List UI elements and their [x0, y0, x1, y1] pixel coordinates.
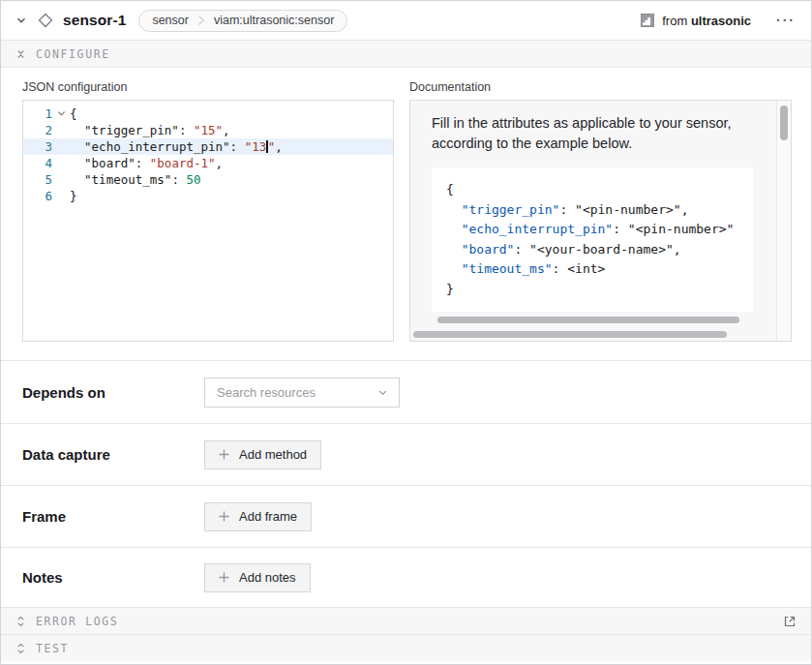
chevron-down-icon [377, 387, 388, 398]
collapse-card-chevron-icon[interactable] [15, 15, 27, 26]
fold-gutter [52, 188, 70, 204]
fold-toggle-icon[interactable] [52, 106, 70, 122]
component-diamond-icon [38, 13, 53, 28]
line-number: 3 [23, 138, 52, 155]
error-logs-section-bar[interactable]: ERROR LOGS [1, 607, 811, 634]
error-logs-section-label: ERROR LOGS [36, 615, 118, 628]
documentation-content: Fill in the attributes as applicable to … [410, 101, 776, 323]
editor-line[interactable]: 1{ [23, 106, 393, 122]
line-number: 4 [23, 155, 52, 171]
component-type-label: sensor [152, 14, 189, 27]
editor-line[interactable]: 5 "timeout_ms": 50 [23, 171, 393, 188]
test-section-label: TEST [36, 642, 69, 655]
add-frame-button[interactable]: Add frame [204, 502, 312, 531]
line-number: 5 [23, 171, 52, 188]
fold-gutter [52, 122, 70, 138]
editor-line[interactable]: 6} [23, 188, 393, 204]
line-number: 6 [23, 188, 52, 204]
doc-code-line: "timeout_ms": <int> [446, 259, 753, 280]
documentation-vertical-scrollbar-track[interactable] [776, 101, 791, 341]
configure-section-bar[interactable]: CONFIGURE [1, 41, 811, 68]
doc-code-line: "trigger_pin": "<pin-number>", [446, 200, 753, 221]
component-type-model-badge: sensor viam:ultrasonic:sensor [138, 10, 347, 32]
collapse-section-icon[interactable] [15, 47, 26, 61]
badge-chevron-right-icon [197, 14, 205, 27]
module-stairs-icon [641, 14, 654, 27]
documentation-label: Documentation [409, 80, 792, 94]
depends-on-placeholder: Search resources [217, 385, 377, 400]
line-number: 1 [23, 106, 52, 122]
documentation-code-example: { "trigger_pin": "<pin-number>", "echo_i… [432, 167, 753, 312]
code-example-horizontal-scrollbar[interactable] [437, 317, 739, 323]
test-section-bar[interactable]: TEST [1, 634, 811, 661]
json-config-column: JSON configuration 1{2 "trigger_pin": "1… [22, 80, 394, 360]
fold-gutter [52, 171, 70, 188]
plus-icon [219, 572, 229, 583]
plus-icon [219, 449, 229, 460]
line-number: 2 [23, 122, 52, 138]
fold-gutter [52, 138, 70, 155]
expand-section-icon[interactable] [15, 615, 26, 628]
notes-row: Notes Add notes [1, 547, 811, 607]
notes-label: Notes [22, 569, 204, 586]
documentation-intro-text: Fill in the attributes as applicable to … [410, 101, 759, 154]
component-name: sensor-1 [63, 12, 126, 29]
documentation-horizontal-scrollbar[interactable] [413, 331, 727, 338]
doc-code-line: } [446, 280, 753, 300]
component-card-header: sensor-1 sensor viam:ultrasonic:sensor f… [1, 1, 811, 41]
plus-icon [219, 511, 229, 522]
frame-label: Frame [22, 508, 204, 525]
add-notes-button[interactable]: Add notes [204, 563, 311, 592]
depends-on-label: Depends on [22, 384, 204, 401]
add-method-button[interactable]: Add method [204, 440, 321, 469]
header-right-group: from ultrasonic ··· [641, 14, 796, 28]
documentation-column: Documentation Fill in the attributes as … [409, 80, 792, 360]
card-menu-button[interactable]: ··· [776, 15, 796, 25]
editor-line[interactable]: 3 "echo_interrupt_pin": "13", [23, 138, 393, 155]
doc-code-line: "echo_interrupt_pin": "<pin-number>" [446, 220, 753, 240]
data-capture-label: Data capture [22, 446, 204, 463]
editor-line[interactable]: 4 "board": "board-1", [23, 155, 393, 171]
configure-section-label: CONFIGURE [36, 47, 110, 61]
documentation-panel: Fill in the attributes as applicable to … [409, 100, 792, 342]
documentation-vertical-scrollbar-thumb[interactable] [780, 106, 788, 140]
from-module-label: from ultrasonic [662, 14, 751, 28]
data-capture-row: Data capture Add method [1, 423, 811, 485]
frame-row: Frame Add frame [1, 485, 811, 547]
doc-code-line: "board": "<your-board-name>", [446, 240, 753, 260]
doc-code-line: { [446, 180, 753, 200]
configure-section-body: JSON configuration 1{2 "trigger_pin": "1… [1, 68, 811, 360]
component-model-label: viam:ultrasonic:sensor [214, 14, 334, 27]
depends-on-select[interactable]: Search resources [204, 378, 400, 408]
component-config-panel: sensor-1 sensor viam:ultrasonic:sensor f… [0, 0, 812, 665]
editor-line[interactable]: 2 "trigger_pin": "15", [23, 122, 393, 138]
expand-section-icon[interactable] [15, 642, 26, 655]
json-config-editor[interactable]: 1{2 "trigger_pin": "15",3 "echo_interrup… [22, 100, 394, 342]
depends-on-row: Depends on Search resources [1, 360, 811, 423]
json-config-label: JSON configuration [22, 80, 394, 94]
open-logs-external-icon[interactable] [783, 615, 797, 628]
fold-gutter [52, 155, 70, 171]
